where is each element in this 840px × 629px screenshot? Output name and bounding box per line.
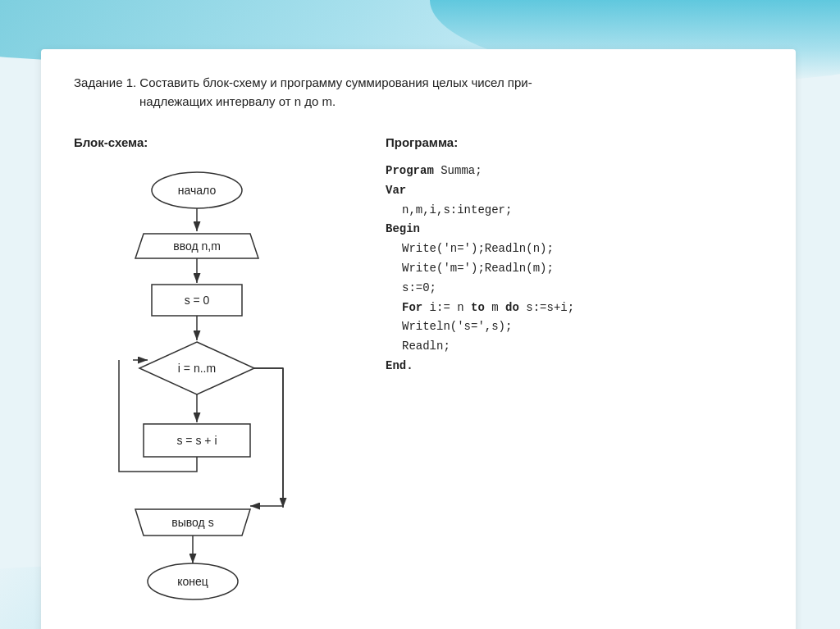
program-section: Программа: Program Summa; Var n,m,i,s:in… <box>386 135 763 376</box>
svg-text:конец: конец <box>177 575 208 588</box>
flowchart-label: Блок-схема: <box>74 135 353 149</box>
content-card: Задание 1. Составить блок-схему и програ… <box>41 49 796 629</box>
code-line-4: Begin <box>386 220 763 239</box>
code-line-8: For i:= n to m do s:=s+i; <box>402 299 763 318</box>
keyword-to: to <box>471 301 485 314</box>
main-layout: Блок-схема: начало ввод n,m <box>74 135 763 621</box>
keyword-for: For <box>402 301 422 314</box>
svg-text:s = 0: s = 0 <box>185 294 210 307</box>
svg-text:начало: начало <box>178 184 217 197</box>
keyword-program: Program <box>386 164 434 177</box>
code-line-7: s:=0; <box>402 279 763 299</box>
code-line-3: n,m,i,s:integer; <box>402 201 763 221</box>
keyword-begin: Begin <box>386 222 420 235</box>
svg-text:ввод n,m: ввод n,m <box>173 239 221 253</box>
flowchart-section: Блок-схема: начало ввод n,m <box>74 135 353 621</box>
code-line-1: Program Summa; <box>386 162 763 181</box>
task-title: Задание 1. Составить блок-схему и програ… <box>74 74 763 111</box>
keyword-do: do <box>505 301 519 314</box>
task-title-line1: Задание 1. Составить блок-схему и програ… <box>74 75 532 89</box>
keyword-var: Var <box>386 184 406 197</box>
task-title-line2: надлежащих интервалу от n до m. <box>139 94 336 108</box>
svg-text:i = n..m: i = n..m <box>178 362 216 375</box>
code-line-11: End. <box>386 357 763 376</box>
code-line-10: Readln; <box>402 337 763 357</box>
svg-text:s = s + i: s = s + i <box>176 434 217 447</box>
program-label: Программа: <box>386 135 763 149</box>
svg-text:вывод s: вывод s <box>171 516 213 529</box>
code-line-9: Writeln('s=',s); <box>402 317 763 337</box>
code-line-2: Var <box>386 181 763 201</box>
code-line-6: Write('m=');Readln(m); <box>402 259 763 279</box>
keyword-end: End. <box>386 359 413 372</box>
program-code: Program Summa; Var n,m,i,s:integer; Begi… <box>386 162 763 376</box>
flowchart-diagram: начало ввод n,m s = 0 i = n..m <box>74 162 320 621</box>
code-line-5: Write('n=');Readln(n); <box>402 239 763 259</box>
